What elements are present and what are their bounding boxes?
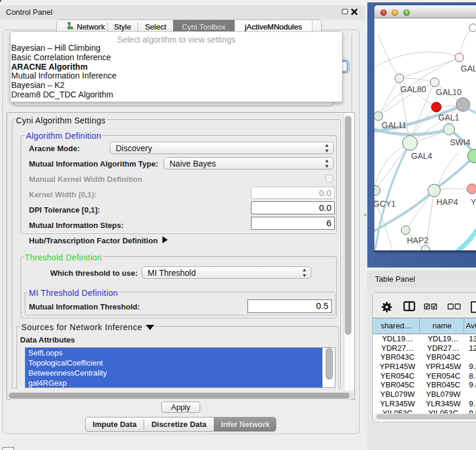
svg-text:SWI4: SWI4: [450, 138, 470, 147]
svg-text:GAL1: GAL1: [438, 113, 459, 122]
svg-text:GAL4: GAL4: [411, 151, 432, 161]
svg-text:GAL10: GAL10: [436, 87, 462, 97]
svg-text:HAP4: HAP4: [436, 197, 458, 207]
svg-text:GCY1: GCY1: [374, 199, 396, 208]
svg-text:GAL80: GAL80: [400, 84, 426, 94]
svg-text:GAL80: GAL80: [461, 64, 476, 73]
svg-text:GAL11: GAL11: [382, 120, 407, 130]
svg-text:YEL021: YEL021: [471, 197, 476, 207]
svg-text:HAP2: HAP2: [407, 236, 429, 245]
